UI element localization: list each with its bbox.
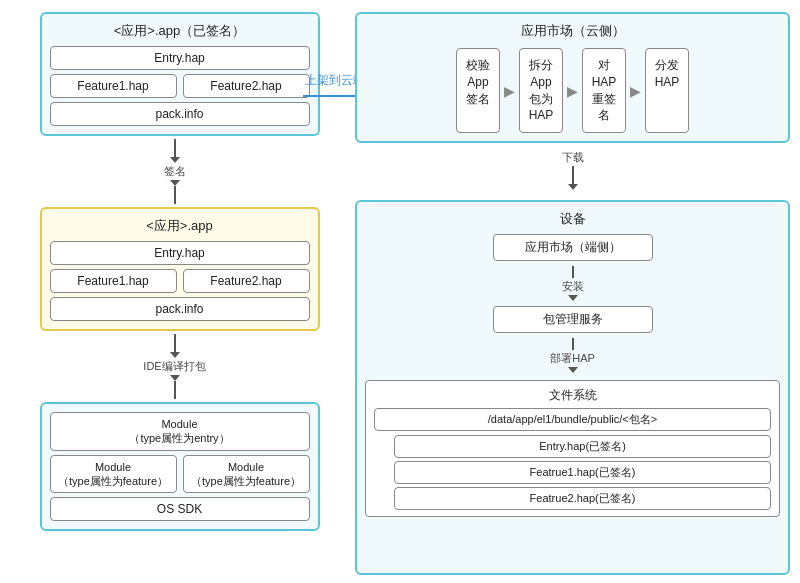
cloud-step1-l1: 校验 bbox=[466, 58, 490, 72]
ide-arrow-line2 bbox=[174, 381, 176, 399]
sign-arrow-head bbox=[170, 157, 180, 163]
cloud-step4-l2: HAP bbox=[655, 75, 680, 89]
deploy-label: 部署HAP bbox=[550, 351, 595, 366]
left-panel: <应用>.app（已签名） Entry.hap Feature1.hap Fea… bbox=[0, 0, 345, 583]
cloud-title: 应用市场（云侧） bbox=[365, 22, 780, 40]
module-right: Module （type属性为feature） bbox=[183, 455, 310, 494]
signed-app-box: <应用>.app（已签名） Entry.hap Feature1.hap Fea… bbox=[40, 12, 320, 136]
device-title: 设备 bbox=[365, 210, 780, 228]
step-arrow-1: ▶ bbox=[504, 48, 515, 133]
signed-app-title: <应用>.app（已签名） bbox=[50, 22, 310, 40]
sign-arrow-line bbox=[174, 139, 176, 157]
cloud-step2-l4: HAP bbox=[529, 108, 554, 122]
feature2-hap-signed: Feature2.hap bbox=[183, 74, 310, 98]
module-main: Module （type属性为entry） bbox=[50, 412, 310, 451]
module-left-line2: （type属性为feature） bbox=[58, 475, 168, 487]
fs-path: /data/app/el1/bundle/public/<包名> bbox=[374, 408, 771, 431]
cloud-step3-l4: 名 bbox=[598, 108, 610, 122]
packinfo-unsigned: pack.info bbox=[50, 297, 310, 321]
cloud-step3-l3: 重签 bbox=[592, 92, 616, 106]
install-line bbox=[572, 266, 574, 278]
module-right-line2: （type属性为feature） bbox=[191, 475, 301, 487]
fs-title: 文件系统 bbox=[374, 387, 771, 404]
device-inner: 应用市场（端侧） 安装 包管理服务 部署HAP 文件系统 /data/app/e… bbox=[365, 234, 780, 517]
packinfo-signed: pack.info bbox=[50, 102, 310, 126]
ide-arrow-head bbox=[170, 352, 180, 358]
download-arrow-wrap: 下载 bbox=[355, 149, 790, 190]
module-main-line2: （type属性为entry） bbox=[129, 432, 229, 444]
download-arrow-head bbox=[568, 184, 578, 190]
feature2-signed: Featrue2.hap(已签名) bbox=[394, 487, 771, 510]
module-outer-box: Module （type属性为entry） Module （type属性为fea… bbox=[40, 402, 320, 531]
cloud-step2-l2: App bbox=[530, 75, 551, 89]
cloud-step2-l1: 拆分 bbox=[529, 58, 553, 72]
install-head bbox=[568, 295, 578, 301]
fs-box: 文件系统 /data/app/el1/bundle/public/<包名> En… bbox=[365, 380, 780, 517]
install-arrow: 安装 bbox=[562, 266, 584, 301]
module-right-line1: Module bbox=[228, 461, 264, 473]
appmarket-step: 应用市场（端侧） bbox=[493, 234, 653, 261]
sign-label: 签名 bbox=[164, 164, 186, 179]
device-box: 设备 应用市场（端侧） 安装 包管理服务 部署HAP 文件系统 /d bbox=[355, 200, 790, 575]
feature2-hap-unsigned: Feature2.hap bbox=[183, 269, 310, 293]
cloud-steps: 校验 App 签名 ▶ 拆分 App 包为 HAP ▶ 对 HAP 重签 名 bbox=[365, 48, 780, 133]
hap-row-unsigned: Feature1.hap Feature2.hap bbox=[50, 269, 310, 293]
cloud-step1-l3: 签名 bbox=[466, 92, 490, 106]
step-arrow-2: ▶ bbox=[567, 48, 578, 133]
module-left-line1: Module bbox=[95, 461, 131, 473]
ide-label: IDE编译打包 bbox=[143, 359, 205, 374]
module-left: Module （type属性为feature） bbox=[50, 455, 177, 494]
deploy-head bbox=[568, 367, 578, 373]
feature1-hap-unsigned: Feature1.hap bbox=[50, 269, 177, 293]
sign-arrow-head-up bbox=[170, 180, 180, 186]
install-label: 安装 bbox=[562, 279, 584, 294]
feature1-signed: Featrue1.hap(已签名) bbox=[394, 461, 771, 484]
cloud-box: 应用市场（云侧） 校验 App 签名 ▶ 拆分 App 包为 HAP ▶ 对 H… bbox=[355, 12, 790, 143]
ide-arrow-line bbox=[174, 334, 176, 352]
ide-arrow: IDE编译打包 bbox=[143, 334, 205, 399]
unsigned-app-box: <应用>.app Entry.hap Feature1.hap Feature2… bbox=[40, 207, 320, 331]
hap-row-signed: Feature1.hap Feature2.hap bbox=[50, 74, 310, 98]
cloud-step-3: 对 HAP 重签 名 bbox=[582, 48, 626, 133]
step-arrow-3: ▶ bbox=[630, 48, 641, 133]
cloud-step-2: 拆分 App 包为 HAP bbox=[519, 48, 563, 133]
right-panel: 应用市场（云侧） 校验 App 签名 ▶ 拆分 App 包为 HAP ▶ 对 H… bbox=[345, 0, 800, 583]
cloud-step-4: 分发 HAP bbox=[645, 48, 689, 133]
entry-signed: Entry.hap(已签名) bbox=[394, 435, 771, 458]
ide-arrow-head-up bbox=[170, 375, 180, 381]
pkgmgr-step: 包管理服务 bbox=[493, 306, 653, 333]
entry-hap-signed: Entry.hap bbox=[50, 46, 310, 70]
cloud-step4-l1: 分发 bbox=[655, 58, 679, 72]
cloud-step-1: 校验 App 签名 bbox=[456, 48, 500, 133]
download-label: 下载 bbox=[562, 150, 584, 165]
cloud-step3-l1: 对 bbox=[598, 58, 610, 72]
deploy-line bbox=[572, 338, 574, 350]
unsigned-app-title: <应用>.app bbox=[50, 217, 310, 235]
cloud-step1-l2: App bbox=[467, 75, 488, 89]
cloud-step3-l2: HAP bbox=[592, 75, 617, 89]
entry-hap-unsigned: Entry.hap bbox=[50, 241, 310, 265]
os-sdk: OS SDK bbox=[50, 497, 310, 521]
deploy-arrow: 部署HAP bbox=[550, 338, 595, 373]
module-main-line1: Module bbox=[161, 418, 197, 430]
sign-arrow-line2 bbox=[174, 186, 176, 204]
diagram-wrapper: <应用>.app（已签名） Entry.hap Feature1.hap Fea… bbox=[0, 0, 800, 583]
module-row: Module （type属性为feature） Module （type属性为f… bbox=[50, 455, 310, 494]
fs-files: Entry.hap(已签名) Featrue1.hap(已签名) Featrue… bbox=[394, 435, 771, 510]
feature1-hap-signed: Feature1.hap bbox=[50, 74, 177, 98]
download-line bbox=[572, 166, 574, 184]
cloud-step2-l3: 包为 bbox=[529, 92, 553, 106]
sign-arrow: 签名 bbox=[164, 139, 186, 204]
